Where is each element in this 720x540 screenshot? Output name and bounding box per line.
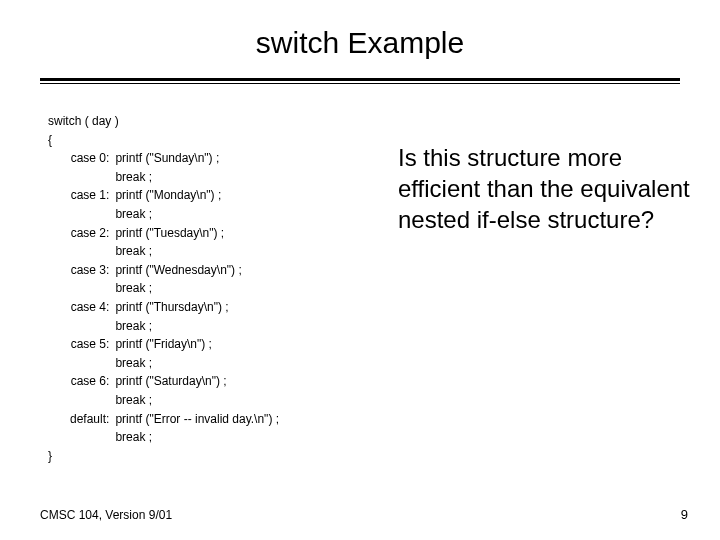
case-break: break ; — [115, 428, 279, 447]
case-break: break ; — [115, 168, 279, 187]
case-break: break ; — [115, 354, 279, 373]
code-block: switch ( day ) { case 0: printf ("Sunday… — [48, 112, 378, 465]
code-switch-header: switch ( day ) — [48, 112, 378, 131]
slide-title: switch Example — [0, 0, 720, 78]
case-row: default: printf ("Error -- invalid day.\… — [70, 410, 279, 447]
case-label: case 0: — [70, 149, 115, 186]
case-row: case 6: printf ("Saturday\n") ; break ; — [70, 372, 279, 409]
case-table: case 0: printf ("Sunday\n") ; break ; ca… — [70, 149, 279, 447]
case-stmt: printf ("Error -- invalid day.\n") ; — [115, 410, 279, 429]
case-break: break ; — [115, 242, 279, 261]
footer-page-number: 9 — [681, 507, 688, 522]
case-stmts: printf ("Friday\n") ; break ; — [115, 335, 279, 372]
code-open-brace: { — [48, 131, 378, 150]
case-stmt: printf ("Wednesday\n") ; — [115, 261, 279, 280]
code-close-brace: } — [48, 447, 378, 466]
case-stmt: printf ("Thursday\n") ; — [115, 298, 279, 317]
case-stmt: printf ("Saturday\n") ; — [115, 372, 279, 391]
case-break: break ; — [115, 205, 279, 224]
case-row: case 3: printf ("Wednesday\n") ; break ; — [70, 261, 279, 298]
case-label: case 3: — [70, 261, 115, 298]
case-break: break ; — [115, 317, 279, 336]
case-label: case 5: — [70, 335, 115, 372]
case-stmts: printf ("Thursday\n") ; break ; — [115, 298, 279, 335]
footer-course: CMSC 104, Version 9/01 — [40, 508, 172, 522]
question-block: Is this structure more efficient than th… — [378, 112, 690, 465]
case-row: case 5: printf ("Friday\n") ; break ; — [70, 335, 279, 372]
case-stmt: printf ("Tuesday\n") ; — [115, 224, 279, 243]
case-label: default: — [70, 410, 115, 447]
case-label: case 1: — [70, 186, 115, 223]
case-stmts: printf ("Wednesday\n") ; break ; — [115, 261, 279, 298]
case-stmt: printf ("Friday\n") ; — [115, 335, 279, 354]
case-row: case 2: printf ("Tuesday\n") ; break ; — [70, 224, 279, 261]
case-break: break ; — [115, 391, 279, 410]
case-label: case 2: — [70, 224, 115, 261]
case-label: case 6: — [70, 372, 115, 409]
case-stmts: printf ("Monday\n") ; break ; — [115, 186, 279, 223]
case-break: break ; — [115, 279, 279, 298]
case-stmt: printf ("Monday\n") ; — [115, 186, 279, 205]
case-row: case 1: printf ("Monday\n") ; break ; — [70, 186, 279, 223]
case-stmts: printf ("Saturday\n") ; break ; — [115, 372, 279, 409]
slide: switch Example switch ( day ) { case 0: … — [0, 0, 720, 540]
case-stmt: printf ("Sunday\n") ; — [115, 149, 279, 168]
case-stmts: printf ("Sunday\n") ; break ; — [115, 149, 279, 186]
case-stmts: printf ("Tuesday\n") ; break ; — [115, 224, 279, 261]
case-row: case 4: printf ("Thursday\n") ; break ; — [70, 298, 279, 335]
case-stmts: printf ("Error -- invalid day.\n") ; bre… — [115, 410, 279, 447]
case-label: case 4: — [70, 298, 115, 335]
slide-body: switch ( day ) { case 0: printf ("Sunday… — [0, 94, 720, 465]
question-text: Is this structure more efficient than th… — [398, 142, 690, 236]
title-underline — [40, 78, 680, 84]
case-row: case 0: printf ("Sunday\n") ; break ; — [70, 149, 279, 186]
